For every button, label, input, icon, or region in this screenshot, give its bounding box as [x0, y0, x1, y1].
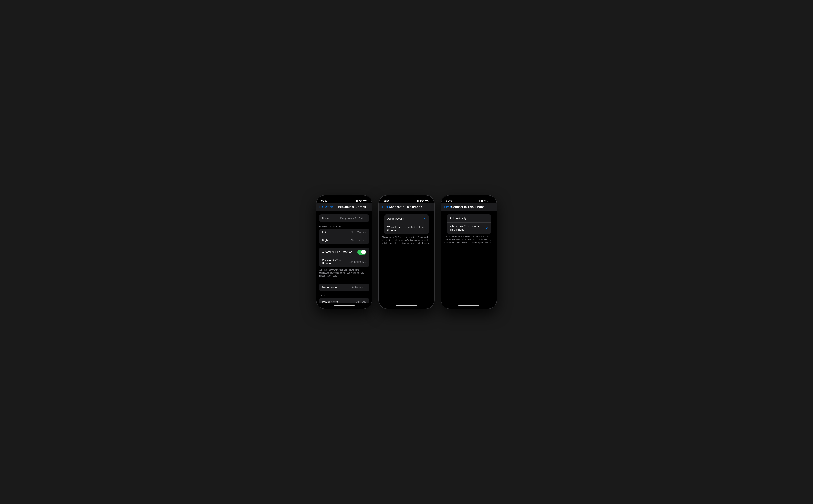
status-icons-1: ▐▐▐ [354, 200, 367, 202]
connect-desc-2: Choose when AirPods connect to this iPho… [379, 234, 434, 247]
wifi-icon-2 [421, 200, 424, 202]
battery-icon [363, 200, 367, 202]
about-group: Model Name AirPods Model Number A2031 Se… [319, 298, 369, 303]
signal-icon-2: ▐▐▐ [416, 200, 421, 202]
status-time-3: 01:00 [446, 199, 452, 202]
content-2: Automatically ✓ When Last Connected to T… [379, 211, 434, 303]
svg-point-4 [422, 201, 423, 202]
wifi-icon-3 [484, 200, 486, 202]
name-chevron: › [365, 217, 366, 220]
home-indicator-2 [379, 303, 434, 309]
right-value-container: Next Track › [351, 239, 366, 242]
home-bar-3 [458, 305, 479, 306]
microphone-section: Microphone Automatic › [316, 284, 372, 291]
ear-detection-section: Automatic Ear Detection Connect to This … [316, 248, 372, 280]
double-tap-group: Left Next Track › Right Next Track › [319, 229, 369, 244]
left-chevron: › [365, 231, 366, 234]
notch-1 [333, 195, 356, 200]
connect-iphone-label: Connect to This iPhone [322, 259, 348, 265]
connect-iphone-value-container: Automatically › [348, 260, 366, 264]
connect-list-2: Automatically ✓ When Last Connected to T… [384, 214, 429, 234]
ear-detection-note: Automatically transfer the audio route f… [316, 267, 372, 280]
svg-rect-7 [429, 200, 429, 201]
model-name-label: Model Name [322, 300, 338, 303]
home-bar-2 [396, 305, 417, 306]
notch-2 [395, 195, 418, 200]
double-tap-label: DOUBLE-TAP AIRPOD [316, 226, 372, 228]
name-item[interactable]: Name Benjamin's AirPods › [319, 214, 369, 222]
nav-title-3: Connect to This iPhone [442, 205, 494, 209]
nav-title-2: Connect to This iPhone [380, 205, 431, 209]
ear-detection-toggle[interactable] [357, 250, 366, 255]
automatically-check-2: ✓ [423, 217, 426, 221]
home-indicator-3 [441, 303, 497, 309]
automatically-label-3: Automatically [450, 217, 466, 220]
when-last-item-2[interactable]: When Last Connected to This iPhone [384, 223, 429, 234]
name-section: Name Benjamin's AirPods › [316, 214, 372, 222]
wifi-icon [359, 200, 362, 202]
about-section: ABOUT Model Name AirPods Model Number A2… [316, 295, 372, 303]
microphone-value-container: Automatic › [352, 286, 366, 289]
left-item[interactable]: Left Next Track › [319, 229, 369, 236]
screen-1: 01:00 ▐▐▐ [316, 195, 372, 309]
connect-list-3: Automatically When Last Connected to Thi… [447, 214, 491, 234]
connect-group-2: Automatically ✓ When Last Connected to T… [382, 214, 431, 234]
ear-detection-group: Automatic Ear Detection Connect to This … [319, 248, 369, 267]
microphone-item[interactable]: Microphone Automatic › [319, 284, 369, 291]
connect-iphone-item[interactable]: Connect to This iPhone Automatically › [319, 257, 369, 267]
when-last-check-3: ✓ [485, 226, 488, 230]
svg-rect-3 [366, 200, 367, 201]
automatically-label-2: Automatically [387, 217, 404, 220]
left-value-container: Next Track › [351, 231, 366, 234]
phone-3: 01:00 ▐▐▐ [441, 195, 497, 309]
when-last-label-3: When Last Connected to This iPhone [450, 225, 485, 231]
signal-icon-3: ▐▐▐ [479, 200, 483, 202]
svg-rect-11 [491, 200, 491, 201]
home-bar-1 [334, 305, 355, 306]
automatically-item-2[interactable]: Automatically ✓ [384, 214, 429, 223]
name-value-container: Benjamin's AirPods › [340, 217, 366, 220]
nav-title-1: Benjamin's AirPods [335, 205, 369, 209]
right-label: Right [322, 239, 329, 242]
when-last-item-3[interactable]: When Last Connected to This iPhone ✓ [447, 223, 491, 234]
svg-rect-6 [425, 200, 428, 201]
right-item[interactable]: Right Next Track › [319, 236, 369, 244]
microphone-label: Microphone [322, 286, 337, 289]
connect-desc-3: Choose when AirPods connect to this iPho… [441, 234, 497, 247]
status-time-1: 01:00 [321, 199, 327, 202]
nav-bar-2: Back Connect to This iPhone [379, 203, 434, 211]
toggle-thumb [361, 250, 366, 254]
model-name-value: AirPods [356, 300, 366, 303]
back-bluetooth[interactable]: Bluetooth [319, 205, 334, 209]
ear-detection-item[interactable]: Automatic Ear Detection [319, 248, 369, 257]
screen-2: 01:00 ▐▐▐ [379, 195, 434, 309]
about-label: ABOUT [316, 295, 372, 297]
left-label: Left [322, 231, 327, 234]
microphone-group: Microphone Automatic › [319, 284, 369, 291]
battery-icon-2 [425, 200, 429, 202]
status-time-2: 01:00 [384, 199, 390, 202]
phone-2: 01:00 ▐▐▐ [378, 195, 435, 309]
microphone-value: Automatic [352, 286, 364, 289]
signal-icon: ▐▐▐ [354, 200, 358, 202]
svg-point-0 [360, 201, 361, 202]
name-group: Name Benjamin's AirPods › [319, 214, 369, 222]
phones-container: 01:00 ▐▐▐ [316, 195, 497, 309]
status-icons-2: ▐▐▐ [416, 200, 429, 202]
battery-icon-3 [487, 200, 492, 202]
connect-group-3: Automatically When Last Connected to Thi… [444, 214, 494, 234]
right-value: Next Track [351, 239, 364, 242]
screen-3: 01:00 ▐▐▐ [441, 195, 497, 309]
automatically-item-3[interactable]: Automatically [447, 214, 491, 223]
content-3: Automatically When Last Connected to Thi… [441, 211, 497, 303]
phone-1: 01:00 ▐▐▐ [316, 195, 372, 309]
ear-detection-label: Automatic Ear Detection [322, 251, 352, 254]
double-tap-section: DOUBLE-TAP AIRPOD Left Next Track › Righ… [316, 226, 372, 244]
name-label: Name [322, 217, 330, 220]
svg-rect-10 [488, 200, 488, 201]
connect-iphone-value: Automatically [348, 260, 364, 264]
nav-bar-3: Back Connect to This iPhone [441, 203, 497, 211]
when-last-label-2: When Last Connected to This iPhone [387, 226, 426, 232]
content-1: Name Benjamin's AirPods › DOUBLE-TAP AIR… [316, 211, 372, 303]
name-value: Benjamin's AirPods [340, 217, 364, 220]
